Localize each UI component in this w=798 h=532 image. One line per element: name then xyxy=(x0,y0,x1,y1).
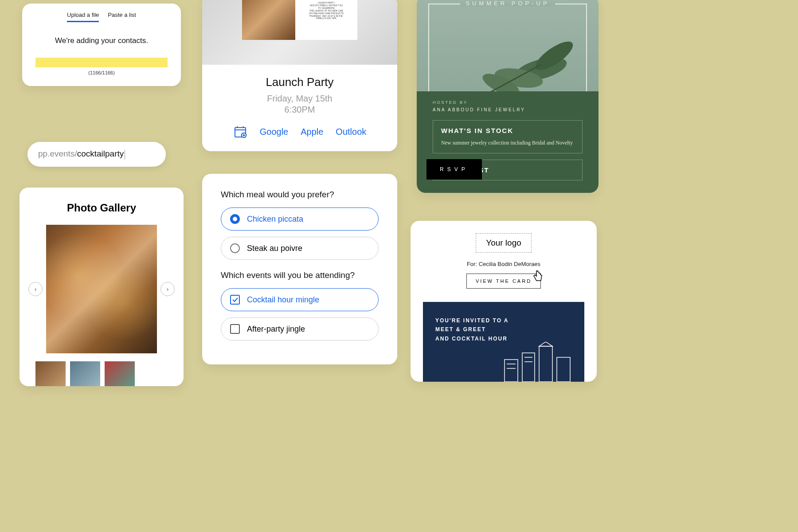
calendar-add-icon xyxy=(233,125,247,139)
svg-marker-15 xyxy=(539,342,552,346)
event-title: Launch Party xyxy=(202,75,397,89)
contacts-status-message: We're adding your contacts. xyxy=(33,36,170,45)
events-question: Which events will you be attending? xyxy=(221,270,379,280)
summer-popup-invite: SUMMER POP-UP HOSTED BY ANA ABBOUD FINE … xyxy=(417,0,598,193)
meal-option-steak[interactable]: Steak au poivre xyxy=(221,237,379,260)
calendar-google-link[interactable]: Google xyxy=(260,127,289,137)
hero-details-text: LAUNCH PARTY ADOLFO PIRELLI INVITES YOU … xyxy=(299,2,354,20)
stock-description: New summer jewelry collection including … xyxy=(441,139,574,147)
calendar-links: Google Apple Outlook xyxy=(202,125,397,139)
meal-question: Which meal would you prefer? xyxy=(221,190,379,200)
logo-placeholder[interactable]: Your logo xyxy=(476,233,532,253)
calendar-outlook-link[interactable]: Outlook xyxy=(336,127,366,137)
gallery-thumb[interactable] xyxy=(35,361,66,386)
tab-upload-file[interactable]: Upload a file xyxy=(67,12,99,22)
rsvp-button[interactable]: RSVP xyxy=(426,159,482,180)
meal-option-chicken[interactable]: Chicken piccata xyxy=(221,207,379,231)
gallery-thumb[interactable] xyxy=(105,361,135,386)
gallery-image[interactable] xyxy=(46,225,157,353)
event-url-input[interactable]: pp.events/cocktailparty xyxy=(27,142,166,167)
navy-line: MEET & GREET xyxy=(435,325,572,334)
option-label: Steak au poivre xyxy=(247,244,302,253)
hero-photo xyxy=(242,0,295,40)
skyline-icon xyxy=(500,342,575,382)
cursor-hand-icon xyxy=(531,269,544,284)
popup-title: SUMMER POP-UP xyxy=(460,0,555,7)
gallery-main: ‹ › xyxy=(30,225,173,353)
tab-paste-list[interactable]: Paste a list xyxy=(108,12,136,22)
radio-selected-icon xyxy=(230,214,240,224)
option-label: Chicken piccata xyxy=(247,215,303,224)
checkbox-checked-icon xyxy=(230,295,240,305)
checkbox-unchecked-icon xyxy=(230,324,240,334)
svg-rect-12 xyxy=(505,360,518,382)
hero-invite-text: Join us LAUNCH PARTY ADOLFO PIRELLI INVI… xyxy=(295,0,357,40)
gallery-prev-button[interactable]: ‹ xyxy=(28,282,43,296)
option-label: Cocktail hour mingle xyxy=(247,295,319,305)
svg-rect-16 xyxy=(557,357,570,382)
event-option-afterparty[interactable]: After-party jingle xyxy=(221,317,379,340)
invite-preview-card: Your logo For: Cecilia Bodin DeMoraes VI… xyxy=(411,221,597,382)
view-card-wrap: VIEW THE CARD xyxy=(466,274,541,289)
contacts-progress-count: (1166/1166) xyxy=(33,70,170,75)
stock-title: WHAT'S IN STOCK xyxy=(441,127,574,134)
launch-party-card: Join us LAUNCH PARTY ADOLFO PIRELLI INVI… xyxy=(202,0,397,151)
recipient-line: For: Cecilia Bodin DeMoraes xyxy=(426,261,581,267)
event-option-cocktail[interactable]: Cocktail hour mingle xyxy=(221,288,379,311)
radio-unselected-icon xyxy=(230,243,240,253)
contacts-progress-bar xyxy=(35,58,168,67)
plant-leaf-icon xyxy=(461,34,585,96)
launch-hero-image: Join us LAUNCH PARTY ADOLFO PIRELLI INVI… xyxy=(202,0,397,65)
rsvp-questions-card: Which meal would you prefer? Chicken pic… xyxy=(202,174,397,364)
hosted-by-name: ANA ABBOUD FINE JEWELRY xyxy=(433,107,583,112)
popup-details: HOSTED BY ANA ABBOUD FINE JEWELRY WHAT'S… xyxy=(417,91,598,193)
photo-gallery-card: Photo Gallery ‹ › xyxy=(20,188,184,386)
gallery-thumb[interactable] xyxy=(70,361,100,386)
event-date: Friday, May 15th xyxy=(202,94,397,104)
event-time: 6:30PM xyxy=(202,105,397,115)
url-prefix: pp.events/ xyxy=(38,149,77,158)
gallery-title: Photo Gallery xyxy=(30,202,173,214)
gallery-thumbnails xyxy=(30,361,173,386)
svg-rect-14 xyxy=(539,346,552,382)
navy-invite-preview: YOU'RE INVITED TO A MEET & GREET AND COC… xyxy=(423,302,584,382)
popup-hero: SUMMER POP-UP xyxy=(417,0,598,91)
gallery-next-button[interactable]: › xyxy=(160,282,175,296)
hosted-by-label: HOSTED BY xyxy=(433,100,583,105)
view-card-button[interactable]: VIEW THE CARD xyxy=(466,274,541,289)
whats-in-stock-section: WHAT'S IN STOCK New summer jewelry colle… xyxy=(433,120,583,153)
contacts-upload-card: Upload a file Paste a list We're adding … xyxy=(22,4,181,86)
calendar-apple-link[interactable]: Apple xyxy=(301,127,323,137)
url-slug: cocktailparty xyxy=(77,149,124,158)
navy-line: YOU'RE INVITED TO A xyxy=(435,316,572,325)
upload-tabs: Upload a file Paste a list xyxy=(33,12,170,22)
text-cursor-icon xyxy=(125,150,125,160)
option-label: After-party jingle xyxy=(247,325,305,334)
